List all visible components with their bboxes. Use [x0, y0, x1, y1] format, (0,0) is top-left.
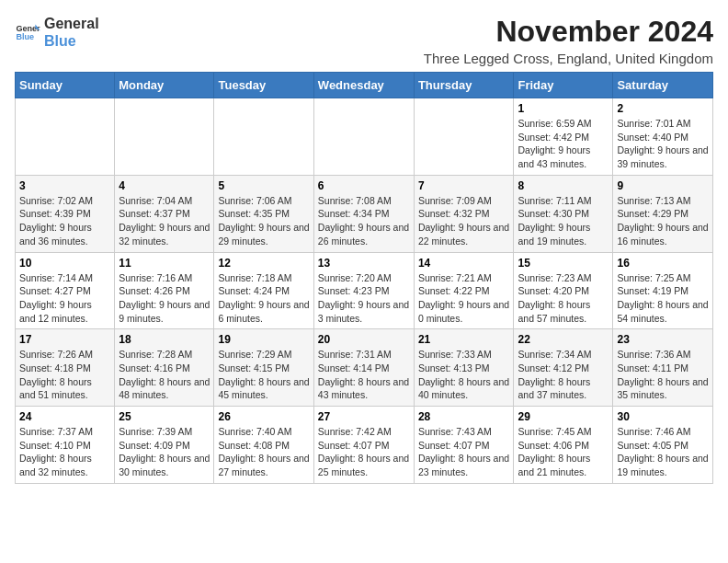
- calendar: SundayMondayTuesdayWednesdayThursdayFrid…: [15, 72, 713, 484]
- day-number: 18: [119, 333, 210, 346]
- day-number: 14: [418, 257, 510, 270]
- calendar-cell: 21Sunrise: 7:33 AM Sunset: 4:13 PM Dayli…: [414, 329, 514, 407]
- day-info: Sunrise: 7:04 AM Sunset: 4:37 PM Dayligh…: [119, 194, 210, 248]
- calendar-cell: [214, 98, 313, 176]
- calendar-cell: 26Sunrise: 7:40 AM Sunset: 4:08 PM Dayli…: [214, 407, 313, 484]
- calendar-header-sunday: Sunday: [16, 73, 115, 98]
- day-number: 1: [518, 102, 609, 115]
- day-number: 7: [418, 179, 510, 192]
- day-number: 8: [518, 179, 609, 192]
- day-info: Sunrise: 7:45 AM Sunset: 4:06 PM Dayligh…: [518, 425, 609, 479]
- day-info: Sunrise: 7:29 AM Sunset: 4:15 PM Dayligh…: [218, 348, 309, 402]
- day-number: 23: [617, 333, 709, 346]
- day-info: Sunrise: 7:37 AM Sunset: 4:10 PM Dayligh…: [19, 425, 110, 479]
- day-number: 26: [218, 410, 309, 423]
- calendar-week-2: 3Sunrise: 7:02 AM Sunset: 4:39 PM Daylig…: [16, 175, 713, 252]
- day-number: 2: [617, 102, 709, 115]
- calendar-cell: 4Sunrise: 7:04 AM Sunset: 4:37 PM Daylig…: [115, 175, 214, 252]
- calendar-cell: 11Sunrise: 7:16 AM Sunset: 4:26 PM Dayli…: [115, 252, 214, 329]
- calendar-cell: 9Sunrise: 7:13 AM Sunset: 4:29 PM Daylig…: [613, 175, 713, 252]
- day-info: Sunrise: 7:33 AM Sunset: 4:13 PM Dayligh…: [418, 348, 510, 402]
- main-title: November 2024: [424, 15, 713, 49]
- day-info: Sunrise: 7:36 AM Sunset: 4:11 PM Dayligh…: [617, 348, 709, 402]
- calendar-cell: 24Sunrise: 7:37 AM Sunset: 4:10 PM Dayli…: [16, 407, 115, 484]
- calendar-header-wednesday: Wednesday: [313, 73, 414, 98]
- logo-line1: General: [44, 15, 99, 32]
- day-info: Sunrise: 7:02 AM Sunset: 4:39 PM Dayligh…: [19, 194, 110, 248]
- calendar-cell: 16Sunrise: 7:25 AM Sunset: 4:19 PM Dayli…: [613, 252, 713, 329]
- day-number: 17: [19, 333, 110, 346]
- calendar-cell: 30Sunrise: 7:46 AM Sunset: 4:05 PM Dayli…: [613, 407, 713, 484]
- calendar-cell: 15Sunrise: 7:23 AM Sunset: 4:20 PM Dayli…: [514, 252, 613, 329]
- calendar-header-row: SundayMondayTuesdayWednesdayThursdayFrid…: [16, 73, 713, 98]
- calendar-cell: 3Sunrise: 7:02 AM Sunset: 4:39 PM Daylig…: [16, 175, 115, 252]
- day-number: 5: [218, 179, 309, 192]
- calendar-header-monday: Monday: [115, 73, 214, 98]
- day-info: Sunrise: 7:20 AM Sunset: 4:23 PM Dayligh…: [318, 271, 410, 326]
- calendar-cell: 14Sunrise: 7:21 AM Sunset: 4:22 PM Dayli…: [414, 252, 514, 329]
- day-number: 6: [318, 179, 410, 192]
- day-number: 4: [119, 179, 210, 192]
- calendar-cell: 5Sunrise: 7:06 AM Sunset: 4:35 PM Daylig…: [214, 175, 313, 252]
- calendar-cell: 22Sunrise: 7:34 AM Sunset: 4:12 PM Dayli…: [514, 329, 613, 407]
- day-info: Sunrise: 7:13 AM Sunset: 4:29 PM Dayligh…: [617, 194, 709, 248]
- day-number: 27: [318, 410, 410, 423]
- day-info: Sunrise: 7:46 AM Sunset: 4:05 PM Dayligh…: [617, 425, 709, 479]
- day-info: Sunrise: 7:43 AM Sunset: 4:07 PM Dayligh…: [418, 425, 510, 479]
- calendar-cell: 7Sunrise: 7:09 AM Sunset: 4:32 PM Daylig…: [414, 175, 514, 252]
- day-number: 10: [19, 257, 110, 270]
- calendar-cell: 20Sunrise: 7:31 AM Sunset: 4:14 PM Dayli…: [313, 329, 414, 407]
- calendar-cell: [313, 98, 414, 176]
- day-info: Sunrise: 7:14 AM Sunset: 4:27 PM Dayligh…: [19, 271, 110, 326]
- calendar-cell: 17Sunrise: 7:26 AM Sunset: 4:18 PM Dayli…: [16, 329, 115, 407]
- day-info: Sunrise: 7:18 AM Sunset: 4:24 PM Dayligh…: [218, 271, 309, 326]
- day-number: 29: [518, 410, 609, 423]
- svg-text:Blue: Blue: [16, 33, 34, 42]
- logo-icon: General Blue: [15, 19, 40, 45]
- calendar-cell: [115, 98, 214, 176]
- day-info: Sunrise: 7:08 AM Sunset: 4:34 PM Dayligh…: [318, 194, 410, 248]
- calendar-body: 1Sunrise: 6:59 AM Sunset: 4:42 PM Daylig…: [16, 98, 713, 484]
- calendar-cell: 25Sunrise: 7:39 AM Sunset: 4:09 PM Dayli…: [115, 407, 214, 484]
- calendar-cell: 19Sunrise: 7:29 AM Sunset: 4:15 PM Dayli…: [214, 329, 313, 407]
- calendar-cell: 27Sunrise: 7:42 AM Sunset: 4:07 PM Dayli…: [313, 407, 414, 484]
- calendar-header-tuesday: Tuesday: [214, 73, 313, 98]
- day-number: 3: [19, 179, 110, 192]
- calendar-cell: 23Sunrise: 7:36 AM Sunset: 4:11 PM Dayli…: [613, 329, 713, 407]
- day-info: Sunrise: 7:06 AM Sunset: 4:35 PM Dayligh…: [218, 194, 309, 248]
- calendar-cell: 12Sunrise: 7:18 AM Sunset: 4:24 PM Dayli…: [214, 252, 313, 329]
- calendar-header-saturday: Saturday: [613, 73, 713, 98]
- calendar-cell: 18Sunrise: 7:28 AM Sunset: 4:16 PM Dayli…: [115, 329, 214, 407]
- calendar-cell: [414, 98, 514, 176]
- logo-line2: Blue: [44, 32, 99, 50]
- calendar-cell: [16, 98, 115, 176]
- day-info: Sunrise: 7:26 AM Sunset: 4:18 PM Dayligh…: [19, 348, 110, 402]
- title-area: November 2024 Three Legged Cross, Englan…: [424, 15, 713, 66]
- subtitle: Three Legged Cross, England, United King…: [424, 51, 713, 66]
- day-info: Sunrise: 7:40 AM Sunset: 4:08 PM Dayligh…: [218, 425, 309, 479]
- day-number: 16: [617, 257, 709, 270]
- day-info: Sunrise: 7:11 AM Sunset: 4:30 PM Dayligh…: [518, 194, 609, 248]
- day-number: 12: [218, 257, 309, 270]
- calendar-week-4: 17Sunrise: 7:26 AM Sunset: 4:18 PM Dayli…: [16, 329, 713, 407]
- day-info: Sunrise: 7:01 AM Sunset: 4:40 PM Dayligh…: [617, 117, 709, 171]
- calendar-cell: 10Sunrise: 7:14 AM Sunset: 4:27 PM Dayli…: [16, 252, 115, 329]
- calendar-week-3: 10Sunrise: 7:14 AM Sunset: 4:27 PM Dayli…: [16, 252, 713, 329]
- day-info: Sunrise: 7:42 AM Sunset: 4:07 PM Dayligh…: [318, 425, 410, 479]
- calendar-cell: 6Sunrise: 7:08 AM Sunset: 4:34 PM Daylig…: [313, 175, 414, 252]
- header: General Blue General Blue November 2024 …: [15, 15, 713, 66]
- day-info: Sunrise: 7:16 AM Sunset: 4:26 PM Dayligh…: [119, 271, 210, 326]
- calendar-header-friday: Friday: [514, 73, 613, 98]
- calendar-week-5: 24Sunrise: 7:37 AM Sunset: 4:10 PM Dayli…: [16, 407, 713, 484]
- calendar-cell: 1Sunrise: 6:59 AM Sunset: 4:42 PM Daylig…: [514, 98, 613, 176]
- logo: General Blue General Blue: [15, 15, 99, 50]
- day-number: 28: [418, 410, 510, 423]
- day-info: Sunrise: 7:25 AM Sunset: 4:19 PM Dayligh…: [617, 271, 709, 326]
- day-number: 21: [418, 333, 510, 346]
- day-number: 22: [518, 333, 609, 346]
- day-info: Sunrise: 7:09 AM Sunset: 4:32 PM Dayligh…: [418, 194, 510, 248]
- calendar-week-1: 1Sunrise: 6:59 AM Sunset: 4:42 PM Daylig…: [16, 98, 713, 176]
- day-number: 19: [218, 333, 309, 346]
- day-info: Sunrise: 7:39 AM Sunset: 4:09 PM Dayligh…: [119, 425, 210, 479]
- day-number: 30: [617, 410, 709, 423]
